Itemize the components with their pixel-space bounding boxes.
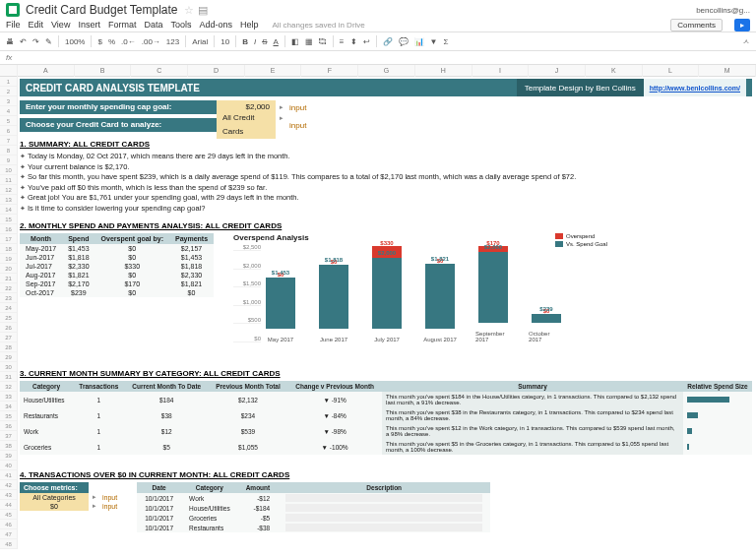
card-select-cell[interactable]: All Credit Cards <box>217 111 276 139</box>
redo-icon[interactable]: ↷ <box>32 37 39 46</box>
section2-heading: 2. MONTHLY SPEND AND PAYMENTS ANALYSIS: … <box>20 221 752 230</box>
italic-icon[interactable]: I <box>254 37 256 46</box>
banner-design-credit: Template Design by Ben Collins <box>517 79 644 96</box>
bold-icon[interactable]: B <box>242 37 248 46</box>
overspend-chart: Overspend Analysis Overspend Vs. Spend G… <box>233 233 607 361</box>
menu-bar: File Edit View Insert Format Data Tools … <box>0 18 756 31</box>
card-input-tag: input <box>289 121 306 130</box>
goal-label: Enter your monthly spending cap goal: <box>20 100 217 114</box>
decimal-inc-icon[interactable]: .00→ <box>142 37 160 46</box>
wrap-icon[interactable]: ↩ <box>363 37 370 46</box>
category-table[interactable]: CategoryTransactionsCurrent Month To Dat… <box>20 381 752 455</box>
menu-file[interactable]: File <box>6 20 21 30</box>
menu-format[interactable]: Format <box>108 20 137 30</box>
print-icon[interactable]: 🖶 <box>6 37 14 46</box>
font-size[interactable]: 10 <box>220 37 229 46</box>
valign-icon[interactable]: ⬍ <box>350 37 357 46</box>
metric-category-select[interactable]: All Categories <box>20 493 89 502</box>
sheets-logo-icon <box>6 3 20 17</box>
menu-data[interactable]: Data <box>144 20 162 30</box>
fill-color-icon[interactable]: ◧ <box>291 37 299 46</box>
section1-heading: 1. SUMMARY: ALL CREDIT CARDS <box>20 140 752 149</box>
merge-icon[interactable]: ⿻ <box>319 37 327 46</box>
folder-icon[interactable]: ▤ <box>198 4 208 17</box>
share-button[interactable]: ▸ <box>734 19 750 31</box>
font-select[interactable]: Arial <box>192 37 208 46</box>
row-headers[interactable]: 1234567891011121314151617181920212223242… <box>0 77 18 549</box>
functions-icon[interactable]: Σ <box>443 37 448 46</box>
currency-icon[interactable]: $ <box>97 37 101 46</box>
link-icon[interactable]: 🔗 <box>383 37 393 46</box>
save-status: All changes saved in Drive <box>273 21 365 30</box>
paint-icon[interactable]: ✎ <box>45 37 52 46</box>
monthly-table[interactable]: MonthSpendOverspent goal by:PaymentsMay-… <box>20 233 214 297</box>
comment-icon[interactable]: 💬 <box>399 37 409 46</box>
section3-heading: 3. CURRENT MONTH SUMMARY BY CATEGORY: AL… <box>20 369 752 378</box>
goal-input-tag: input <box>289 103 306 112</box>
collapse-toolbar-icon[interactable]: ㅅ <box>742 36 750 47</box>
menu-edit[interactable]: Edit <box>29 20 44 30</box>
comments-button[interactable]: Comments <box>670 19 723 31</box>
card-label: Choose your Credit Card to analyze: <box>20 118 217 132</box>
metric-amount-select[interactable]: $0 <box>20 502 89 511</box>
menu-help[interactable]: Help <box>240 20 259 30</box>
filter-icon[interactable]: ▼ <box>430 37 438 46</box>
chart-title: Overspend Analysis <box>233 233 607 242</box>
toolbar: 🖶 ↶ ↷ ✎ 100% $ % .0← .00→ 123 Arial 10 B… <box>0 31 756 51</box>
column-headers[interactable]: ABCDEFGHIJKLM <box>0 65 756 77</box>
menu-addons[interactable]: Add-ons <box>199 20 232 30</box>
choose-metrics-label: Choose metrics: <box>20 482 89 493</box>
halign-icon[interactable]: ≡ <box>340 37 345 46</box>
account-name[interactable]: bencollins@g... <box>696 6 750 15</box>
banner: CREDIT CARD ANALYSIS TEMPLATE Template D… <box>20 79 752 96</box>
title-bar: Credit Card Budget Template ☆ ▤ bencolli… <box>0 0 756 18</box>
strike-icon[interactable]: S <box>262 37 267 46</box>
zoom-select[interactable]: 100% <box>65 37 85 46</box>
borders-icon[interactable]: ▦ <box>305 37 313 46</box>
undo-icon[interactable]: ↶ <box>20 37 27 46</box>
doc-title[interactable]: Credit Card Budget Template <box>26 3 178 17</box>
menu-tools[interactable]: Tools <box>170 20 191 30</box>
summary-bullets: Today is Monday, 02 Oct 2017, which mean… <box>20 152 752 214</box>
fx-icon: fx <box>6 53 12 62</box>
transactions-table[interactable]: DateCategoryAmountDescription10/1/2017Wo… <box>137 482 490 532</box>
decimal-dec-icon[interactable]: .0← <box>121 37 136 46</box>
menu-view[interactable]: View <box>51 20 70 30</box>
text-color-icon[interactable]: A <box>273 37 278 46</box>
formula-bar[interactable]: fx <box>0 51 756 65</box>
chart-icon[interactable]: 📊 <box>414 37 424 46</box>
banner-link[interactable]: http://www.benlcollins.com/ <box>650 85 740 92</box>
banner-title: CREDIT CARD ANALYSIS TEMPLATE <box>26 83 200 93</box>
section4-heading: 4. TRANSACTIONS OVER $0 IN CURRENT MONTH… <box>20 470 752 479</box>
number-format[interactable]: 123 <box>166 37 179 46</box>
star-icon[interactable]: ☆ <box>184 4 194 17</box>
menu-insert[interactable]: Insert <box>78 20 100 30</box>
percent-icon[interactable]: % <box>108 37 115 46</box>
